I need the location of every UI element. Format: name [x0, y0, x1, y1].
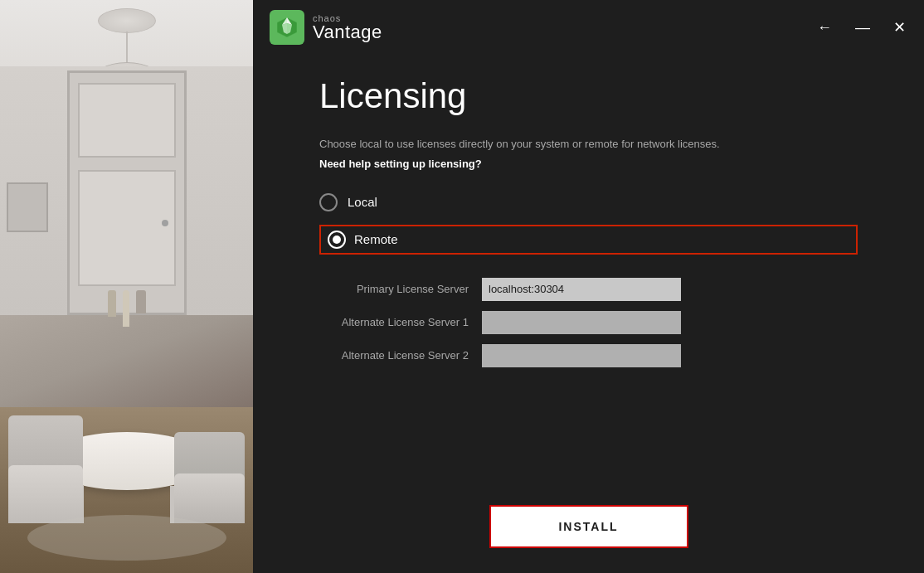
- alt-server-2-row: Alternate License Server 2: [319, 344, 858, 367]
- server-fields: Primary License Server Alternate License…: [319, 278, 858, 367]
- vantage-label: Vantage: [313, 23, 382, 41]
- minimize-button[interactable]: —: [853, 18, 872, 36]
- installer-panel: chaos Vantage ← — ✕ Licensing Choose loc…: [253, 0, 924, 573]
- alt-server-1-input[interactable]: [482, 311, 681, 334]
- local-option[interactable]: Local: [319, 193, 858, 211]
- install-button[interactable]: INSTALL: [489, 505, 688, 548]
- primary-server-row: Primary License Server: [319, 278, 858, 301]
- alt-server-1-row: Alternate License Server 1: [319, 311, 858, 334]
- page-title: Licensing: [319, 76, 858, 116]
- remote-radio[interactable]: [328, 231, 346, 249]
- install-button-area: INSTALL: [319, 505, 858, 548]
- alt-server-2-input[interactable]: [482, 344, 681, 367]
- alt-server-1-label: Alternate License Server 1: [319, 316, 469, 328]
- help-link[interactable]: Need help setting up licensing?: [319, 158, 858, 170]
- alt-server-2-label: Alternate License Server 2: [319, 349, 469, 362]
- remote-label: Remote: [354, 232, 398, 246]
- back-button[interactable]: ←: [815, 18, 834, 36]
- primary-server-input[interactable]: [482, 278, 681, 301]
- logo-icon: [270, 10, 304, 45]
- remote-option-wrapper[interactable]: Remote: [319, 225, 858, 255]
- local-label: Local: [348, 195, 377, 209]
- window-controls: ← — ✕: [815, 18, 907, 36]
- room-image-panel: [0, 0, 253, 573]
- radio-group: Local Remote: [319, 193, 858, 255]
- local-radio[interactable]: [319, 193, 338, 211]
- content-area: Licensing Choose local to use licenses d…: [253, 51, 924, 573]
- description-text: Choose local to use licenses directly on…: [319, 136, 858, 153]
- logo-text: chaos Vantage: [313, 14, 382, 41]
- logo-area: chaos Vantage: [270, 10, 382, 45]
- primary-server-label: Primary License Server: [319, 283, 469, 295]
- title-bar: chaos Vantage ← — ✕: [253, 0, 924, 51]
- close-button[interactable]: ✕: [892, 18, 907, 36]
